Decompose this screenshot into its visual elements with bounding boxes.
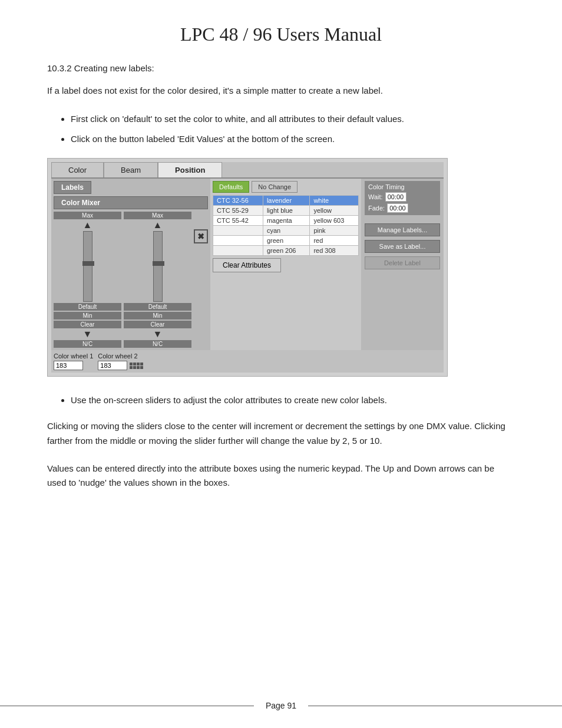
fade-input[interactable] — [387, 203, 408, 213]
right-panel: Color Timing Wait: Fade: Manage Labels..… — [361, 179, 444, 350]
color-wheel-1-label: Color wheel 1 — [54, 353, 93, 360]
color-cell-col2: green — [263, 236, 309, 246]
color-table-body: CTC 32-56 lavender white CTC 55-29 light… — [213, 196, 359, 256]
slider-col-2: Max ▲ Default Min Clear ▼ N/C — [124, 212, 191, 348]
color-cell-col1: CTC 32-56 — [213, 196, 263, 206]
defaults-button[interactable]: Defaults — [213, 181, 249, 193]
fade-label: Fade: — [368, 205, 385, 212]
slider2-nc-label: N/C — [124, 340, 191, 348]
table-row[interactable]: green red — [213, 236, 359, 246]
x-checkbox[interactable]: ✖ — [194, 229, 208, 243]
wait-input[interactable] — [385, 192, 406, 202]
slider1-min-label: Min — [54, 312, 121, 319]
save-label-button[interactable]: Save as Label... — [365, 240, 440, 253]
color-timing-label: Color Timing — [368, 183, 437, 190]
left-panel: Labels Color Mixer Max ▲ Default Min Cle… — [51, 179, 210, 350]
bullet-item-3: Use the on-screen sliders to adjust the … — [71, 393, 515, 407]
color-wheel-grid-icon — [130, 363, 143, 369]
fade-row: Fade: — [368, 203, 437, 213]
manage-labels-button[interactable]: Manage Labels... — [365, 223, 440, 236]
slider2-min-label: Min — [124, 312, 191, 319]
body-text-1: Clicking or moving the sliders close to … — [47, 419, 515, 449]
wait-label: Wait: — [368, 193, 383, 200]
sliders-area: Max ▲ Default Min Clear ▼ N/C Max — [54, 212, 208, 348]
color-cell-col1: CTC 55-42 — [213, 216, 263, 226]
page-container: LPC 48 / 96 Users Manual 10.3.2 Creating… — [0, 0, 562, 539]
footer-line-left — [0, 706, 254, 706]
delete-label-button: Delete Label — [365, 256, 440, 269]
intro-text: If a label does not exist for the color … — [47, 84, 515, 98]
slider1-default-label: Default — [54, 303, 121, 311]
color-cell-col3: red — [310, 236, 359, 246]
color-cell-col3: white — [310, 196, 359, 206]
slider2-default-label: Default — [124, 303, 191, 311]
slider1-max-label: Max — [54, 212, 121, 219]
color-cell-col1 — [213, 236, 263, 246]
page-title: LPC 48 / 96 Users Manual — [47, 24, 515, 45]
tab-position[interactable]: Position — [158, 162, 222, 177]
slider-col-1: Max ▲ Default Min Clear ▼ N/C — [54, 212, 121, 348]
color-wheel-2-input[interactable] — [98, 361, 127, 370]
wait-row: Wait: — [368, 192, 437, 202]
color-timing-box: Color Timing Wait: Fade: — [365, 181, 440, 215]
table-row[interactable]: CTC 55-29 light blue yellow — [213, 206, 359, 216]
no-change-button[interactable]: No Change — [252, 181, 297, 193]
slider1-down-arrow[interactable]: ▼ — [83, 330, 92, 339]
slider2-thumb[interactable] — [153, 261, 164, 266]
color-list-buttons: Defaults No Change — [213, 181, 359, 193]
tabs-row: Color Beam Position — [51, 162, 444, 179]
slider1-thumb[interactable] — [82, 261, 94, 266]
slider2-clear-label: Clear — [124, 321, 191, 328]
color-cell-col3: yellow — [310, 206, 359, 216]
color-cell-col1: CTC 55-29 — [213, 206, 263, 216]
tab-color[interactable]: Color — [51, 162, 104, 177]
bullet-item-1: First click on 'default' to set the colo… — [71, 112, 515, 126]
slider2-max-label: Max — [124, 212, 191, 219]
slider2-track[interactable] — [153, 231, 163, 302]
color-cell-col2: cyan — [263, 226, 309, 236]
color-cell-col3: yellow 603 — [310, 216, 359, 226]
slider2-up-arrow[interactable]: ▲ — [153, 220, 163, 230]
slider2-down-arrow[interactable]: ▼ — [153, 330, 163, 339]
color-cell-col2: light blue — [263, 206, 309, 216]
color-cell-col1 — [213, 226, 263, 236]
clear-attributes-button[interactable]: Clear Attributes — [213, 258, 281, 272]
color-cell-col2: green 206 — [263, 246, 309, 256]
color-wheel-1-input[interactable] — [54, 361, 83, 370]
color-wheel-row: Color wheel 1 Color wheel 2 — [51, 350, 444, 373]
table-row[interactable]: cyan pink — [213, 226, 359, 236]
footer-line-right — [308, 706, 562, 706]
color-wheel-col-1: Color wheel 1 — [54, 353, 93, 370]
bullet-list-1: First click on 'default' to set the colo… — [71, 112, 515, 146]
color-cell-col2: lavender — [263, 196, 309, 206]
slider1-up-arrow[interactable]: ▲ — [83, 220, 92, 230]
page-footer: Page 91 — [0, 701, 562, 710]
slider1-clear-label: Clear — [54, 321, 121, 328]
table-row[interactable]: CTC 32-56 lavender white — [213, 196, 359, 206]
tab-beam[interactable]: Beam — [104, 162, 158, 177]
color-cell-col3: red 308 — [310, 246, 359, 256]
color-wheel-col-2: Color wheel 2 — [98, 353, 143, 370]
slider1-track[interactable] — [83, 231, 92, 302]
section-heading: 10.3.2 Creating new labels: — [47, 63, 515, 73]
labels-color-mixer-row: Labels — [54, 181, 208, 194]
bullet-item-2: Click on the button labeled 'Edit Values… — [71, 132, 515, 146]
color-cell-col3: pink — [310, 226, 359, 236]
body-text-2: Values can be entered directly into the … — [47, 462, 515, 491]
color-wheel-2-label: Color wheel 2 — [98, 353, 143, 360]
ui-main: Labels Color Mixer Max ▲ Default Min Cle… — [51, 179, 444, 350]
table-row[interactable]: green 206 red 308 — [213, 246, 359, 256]
bullet-list-2: Use the on-screen sliders to adjust the … — [71, 393, 515, 407]
color-table: CTC 32-56 lavender white CTC 55-29 light… — [213, 195, 359, 256]
footer-page-number: Page 91 — [254, 701, 308, 710]
ui-screenshot-panel: Color Beam Position Labels Color Mixer M… — [47, 158, 448, 377]
slider1-nc-label: N/C — [54, 340, 121, 348]
labels-button[interactable]: Labels — [54, 181, 91, 194]
color-mixer-button[interactable]: Color Mixer — [54, 196, 208, 209]
table-row[interactable]: CTC 55-42 magenta yellow 603 — [213, 216, 359, 226]
color-list-panel: Defaults No Change CTC 32-56 lavender wh… — [210, 179, 361, 350]
color-cell-col1 — [213, 246, 263, 256]
color-cell-col2: magenta — [263, 216, 309, 226]
